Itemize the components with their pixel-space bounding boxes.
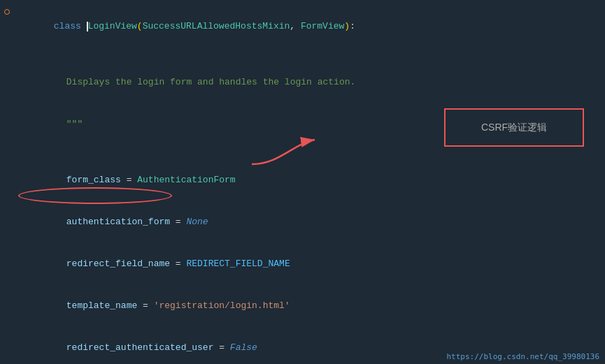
line-text-7: authentication_form = None bbox=[14, 201, 208, 243]
val-redirect-constant: REDIRECT_FIELD_NAME bbox=[186, 259, 290, 269]
csrf-annotation-box: CSRF验证逻辑 bbox=[444, 108, 584, 147]
line-text-3: Displays the login form and handles the … bbox=[14, 61, 355, 103]
class-successurl: SuccessURLAllowedHostsMixin bbox=[143, 21, 290, 31]
val-none-1: None bbox=[186, 217, 208, 227]
var-template-name: template_name bbox=[66, 300, 137, 311]
line-text-1: class LoginView(SuccessURLAllowedHostsMi… bbox=[14, 6, 355, 48]
url-bar: https://blog.csdn.net/qq_39980136 bbox=[446, 352, 599, 361]
var-redirect-auth: redirect_authenticated_user bbox=[66, 342, 214, 353]
paren: ( bbox=[137, 21, 143, 31]
var-form-class: form_class bbox=[66, 175, 121, 185]
code-line-1: class LoginView(SuccessURLAllowedHostsMi… bbox=[0, 6, 605, 48]
val-authform: AuthenticationForm bbox=[137, 175, 235, 185]
csrf-protect-circle bbox=[18, 187, 172, 204]
line-text-5 bbox=[14, 145, 27, 159]
line-text-8: redirect_field_name = REDIRECT_FIELD_NAM… bbox=[14, 243, 290, 285]
code-line-5 bbox=[0, 145, 605, 159]
class-loginview: LoginView bbox=[88, 21, 137, 31]
paren2: ) bbox=[344, 21, 350, 31]
val-false: False bbox=[230, 342, 257, 353]
line-text-10: redirect_authenticated_user = False bbox=[14, 327, 257, 364]
line-text-4: """ bbox=[14, 103, 83, 145]
val-template-string: 'registration/login.html' bbox=[154, 300, 290, 311]
code-line-2 bbox=[0, 48, 605, 61]
code-line-7: authentication_form = None bbox=[0, 201, 605, 243]
line-text-2 bbox=[14, 48, 27, 61]
code-line-8: redirect_field_name = REDIRECT_FIELD_NAM… bbox=[0, 243, 605, 285]
var-auth-form: authentication_form bbox=[66, 217, 170, 227]
code-line-9: template_name = 'registration/login.html… bbox=[0, 285, 605, 327]
docstring-1: Displays the login form and handles the … bbox=[66, 77, 355, 87]
gutter-1 bbox=[0, 9, 14, 15]
code-container: class LoginView(SuccessURLAllowedHostsMi… bbox=[0, 0, 605, 364]
docstring-close: """ bbox=[66, 119, 83, 129]
csrf-annotation-label: CSRF验证逻辑 bbox=[481, 122, 547, 134]
code-line-3: Displays the login form and handles the … bbox=[0, 61, 605, 103]
var-redirect-field: redirect_field_name bbox=[66, 259, 170, 269]
class-formview: FormView bbox=[301, 21, 344, 31]
breakpoint-dot bbox=[4, 9, 10, 15]
line-text-9: template_name = 'registration/login.html… bbox=[14, 285, 290, 327]
keyword-class: class bbox=[54, 21, 87, 31]
